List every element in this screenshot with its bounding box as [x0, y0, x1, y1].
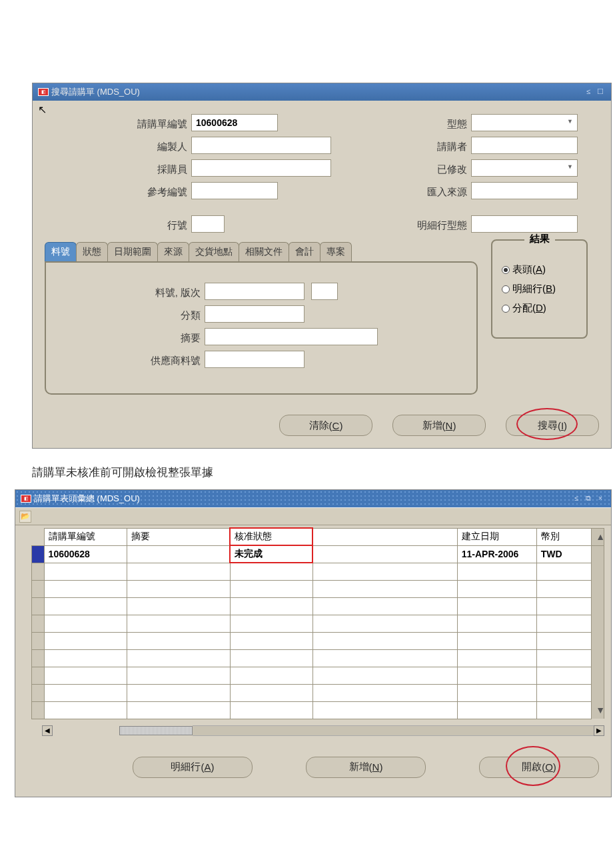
row-handle[interactable]: [32, 580, 45, 597]
cell-reqNo[interactable]: [44, 615, 127, 632]
vscroll-track[interactable]: [592, 632, 604, 649]
cell-blank[interactable]: [312, 615, 457, 632]
table-row[interactable]: [32, 563, 604, 580]
cell-currency[interactable]: [536, 615, 592, 632]
cell-blank[interactable]: [312, 580, 457, 597]
col-blank[interactable]: [312, 528, 457, 545]
cell-reqNo[interactable]: [44, 667, 127, 684]
cell-createdDate[interactable]: [457, 580, 536, 597]
cell-createdDate[interactable]: [457, 701, 536, 719]
cell-blank[interactable]: [312, 684, 457, 701]
restore-icon[interactable]: ⧉: [583, 494, 594, 503]
cell-desc[interactable]: [127, 684, 230, 701]
ref-number-input[interactable]: [191, 182, 278, 199]
buyer-input[interactable]: [191, 159, 331, 177]
type-select[interactable]: [471, 114, 578, 131]
category-input[interactable]: [205, 305, 305, 323]
minimize-icon[interactable]: ≤: [571, 494, 582, 503]
cell-createdDate[interactable]: [457, 684, 536, 701]
col-req-no[interactable]: 請購單編號: [44, 528, 127, 545]
cell-createdDate[interactable]: [457, 632, 536, 649]
cell-blank[interactable]: [312, 667, 457, 684]
line-number-input[interactable]: [191, 215, 225, 233]
rev-input[interactable]: [311, 283, 338, 300]
scroll-track[interactable]: [193, 725, 594, 736]
horizontal-scrollbar[interactable]: ◀ ▶: [42, 725, 604, 737]
vscroll-track[interactable]: [592, 597, 604, 615]
tab-5[interactable]: 相關文件: [239, 242, 289, 261]
cell-currency[interactable]: [536, 684, 592, 701]
table-row[interactable]: [32, 580, 604, 597]
description-input[interactable]: [205, 328, 378, 345]
cell-desc[interactable]: [127, 701, 230, 719]
cell-currency[interactable]: TWD: [536, 545, 592, 563]
cell-blank[interactable]: [312, 701, 457, 719]
new-button[interactable]: 新增(N): [392, 415, 486, 436]
cell-reqNo[interactable]: [44, 597, 127, 615]
table-row[interactable]: [32, 684, 604, 701]
vscroll-track[interactable]: [592, 563, 604, 580]
cell-createdDate[interactable]: [457, 615, 536, 632]
cell-approvalStatus[interactable]: [230, 597, 312, 615]
cell-reqNo[interactable]: [44, 649, 127, 667]
search-button[interactable]: 搜尋(I): [506, 415, 599, 436]
vscroll-track[interactable]: [592, 667, 604, 684]
table-row[interactable]: 10600628未完成11-APR-2006TWD: [32, 545, 604, 563]
cell-blank[interactable]: [312, 563, 457, 580]
cell-desc[interactable]: [127, 649, 230, 667]
cell-createdDate[interactable]: [457, 649, 536, 667]
cell-createdDate[interactable]: [457, 597, 536, 615]
result-option-2[interactable]: 分配(D): [502, 302, 574, 315]
cell-desc[interactable]: [127, 545, 230, 563]
cell-reqNo[interactable]: [44, 632, 127, 649]
vscroll-track[interactable]: [592, 580, 604, 597]
row-handle[interactable]: [32, 701, 45, 719]
preparer-input[interactable]: [191, 137, 331, 154]
cell-desc[interactable]: [127, 580, 230, 597]
cell-approvalStatus[interactable]: [230, 632, 312, 649]
lines-button[interactable]: 明細行(A): [133, 757, 253, 778]
cell-createdDate[interactable]: [457, 667, 536, 684]
cell-currency[interactable]: [536, 649, 592, 667]
cell-desc[interactable]: [127, 615, 230, 632]
table-row[interactable]: [32, 632, 604, 649]
cell-currency[interactable]: [536, 701, 592, 719]
cell-reqNo[interactable]: 10600628: [44, 545, 127, 563]
cell-blank[interactable]: [312, 597, 457, 615]
cell-desc[interactable]: [127, 632, 230, 649]
col-approval-status[interactable]: 核准狀態: [230, 528, 312, 545]
scroll-right-icon[interactable]: ▶: [594, 725, 604, 736]
tab-7[interactable]: 專案: [320, 242, 352, 261]
cell-approvalStatus[interactable]: [230, 684, 312, 701]
scroll-left-icon[interactable]: ◀: [42, 725, 53, 736]
close-icon[interactable]: ×: [595, 494, 606, 503]
cell-approvalStatus[interactable]: [230, 580, 312, 597]
maximize-icon[interactable]: ☐: [595, 87, 606, 97]
cell-desc[interactable]: [127, 597, 230, 615]
tab-4[interactable]: 交貨地點: [189, 242, 239, 261]
vscroll-track[interactable]: [592, 649, 604, 667]
item-input[interactable]: [205, 283, 305, 300]
table-row[interactable]: ▼: [32, 701, 604, 719]
tab-0[interactable]: 料號: [45, 242, 77, 261]
scroll-up-icon[interactable]: ▲: [592, 528, 604, 545]
col-currency[interactable]: 幣別: [536, 528, 592, 545]
modified-select[interactable]: [471, 159, 578, 177]
table-row[interactable]: [32, 597, 604, 615]
row-handle[interactable]: [32, 684, 45, 701]
cell-currency[interactable]: [536, 597, 592, 615]
row-handle[interactable]: [32, 667, 45, 684]
cell-blank[interactable]: [312, 649, 457, 667]
table-row[interactable]: [32, 615, 604, 632]
tab-6[interactable]: 會計: [289, 242, 320, 261]
cell-currency[interactable]: [536, 563, 592, 580]
row-handle[interactable]: [32, 632, 45, 649]
row-handle[interactable]: [32, 563, 45, 580]
cell-reqNo[interactable]: [44, 580, 127, 597]
col-created-date[interactable]: 建立日期: [457, 528, 536, 545]
req-number-input[interactable]: [191, 114, 278, 131]
clear-button[interactable]: 清除(C): [279, 415, 372, 436]
open-button[interactable]: 開啟(O): [479, 757, 599, 778]
tab-1[interactable]: 狀態: [76, 242, 108, 261]
folder-open-icon[interactable]: 📂: [19, 511, 31, 523]
